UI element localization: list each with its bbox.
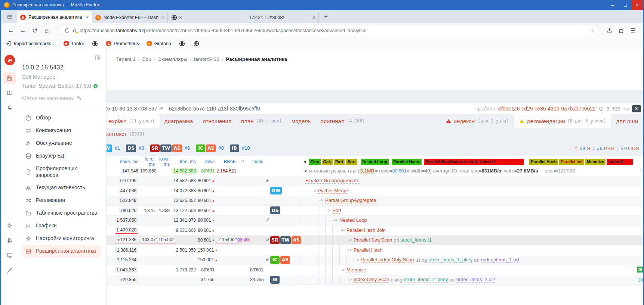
extensions-puzzle-icon[interactable] — [615, 25, 627, 36]
envelope-icon[interactable]: ✉ — [632, 105, 641, 112]
column-header[interactable]: tree, ms — [172, 159, 198, 164]
query-id[interactable]: 62c38bc0-b57c-11f0-a13f-830fb95c6ff9 — [169, 106, 260, 112]
breadcrumb-item[interactable]: tantor:5432 — [194, 56, 219, 62]
node-badge-SR[interactable]: SR — [270, 236, 280, 244]
column-header[interactable]: RRbF — [216, 159, 237, 164]
bookmark-item[interactable]: Grafana — [147, 41, 171, 46]
relation-link[interactable]: order_items_1_pkey — [428, 257, 472, 263]
view-tab-рекомендации[interactable]: рекомендации(8 для 5 узлов) — [514, 114, 611, 128]
plan-node-link[interactable]: Parallel Hash Join — [346, 227, 386, 233]
node-badge-AS[interactable]: AS — [206, 144, 216, 152]
node-badge-DS[interactable]: DS — [270, 206, 280, 214]
sidebar-collapse-icon[interactable] — [94, 55, 101, 61]
sidebar-item-gauge[interactable]: Обзор — [22, 112, 101, 124]
node-badge-DS[interactable]: DS — [126, 144, 136, 152]
plan-column-header[interactable]: Gat. — [322, 159, 333, 165]
plan-node-link[interactable]: Parallel Index Only Scan — [361, 257, 414, 263]
plan-node-link[interactable]: Parallel Hash — [354, 247, 382, 253]
relation-alias-link[interactable]: order_items_1 oi1 — [481, 257, 520, 263]
lock-icon[interactable] — [72, 28, 77, 33]
url-text[interactable]: https://education.tantorlabs.ru/platform… — [80, 28, 590, 33]
forward-button[interactable]: → — [17, 25, 29, 36]
rail-book-icon[interactable] — [3, 87, 16, 99]
plan-node-link[interactable]: Nested Loop — [339, 217, 367, 223]
node-badge-IB[interactable]: IB — [270, 276, 280, 284]
legend-node-number[interactable]: #10 — [620, 146, 629, 151]
bookmark-star-icon[interactable]: ☆ — [590, 27, 595, 34]
url-bar[interactable]: https://education.tantorlabs.ru/platform… — [61, 25, 598, 36]
plan-node-link[interactable]: Memoize — [346, 267, 366, 273]
minimize-button[interactable]: – — [606, 0, 619, 10]
node-badge-AS[interactable]: AS — [292, 236, 301, 244]
breadcrumb-item[interactable]: Экземпляры — [158, 56, 187, 62]
relation-link[interactable]: stock_items t1 — [401, 237, 432, 243]
chain-link-icon[interactable] — [265, 178, 270, 184]
relation-alias-link[interactable]: order_items_2 oi2 — [456, 277, 495, 283]
sidebar-item-replication[interactable]: Репликация — [22, 194, 101, 207]
sidebar-item-users[interactable]: Текущая активность — [22, 181, 101, 194]
view-tab-оригинал[interactable]: оригинал(4.1KB) — [315, 114, 370, 128]
home-button[interactable]: ⌂ — [41, 25, 53, 36]
plan-node-link[interactable]: Parallel Seq Scan — [354, 237, 392, 243]
browser-tab[interactable]: eРасширенная аналитика× — [17, 11, 92, 23]
node-number-link[interactable]: #8 — [218, 145, 224, 151]
sidebar-item-profiler[interactable]: Профилировщик запросов — [22, 162, 101, 181]
sidebar-item-gear[interactable]: Настройки мониторинга — [22, 232, 101, 245]
node-number-link[interactable]: #1 — [115, 145, 120, 151]
view-tab-для оши[interactable]: для оши — [611, 114, 643, 128]
node-badge-W[interactable]: W — [107, 144, 112, 152]
plan-column-header[interactable]: Nested Loop — [361, 159, 389, 165]
plan-node-link[interactable]: Finalize GroupAggregate — [305, 178, 360, 184]
view-tab-индексы[interactable]: индексы(для 1 узла) — [441, 114, 514, 128]
bookmark-item[interactable]: patroniREST — [193, 40, 200, 47]
node-badge-IB[interactable]: IB — [230, 144, 239, 152]
shield-icon[interactable] — [64, 28, 70, 34]
menu-hamburger-icon[interactable]: ☰ — [627, 25, 639, 36]
sidebar-item-folder[interactable]: Табличные пространства — [22, 207, 101, 220]
bookmark-item[interactable]: Tantor — [92, 40, 98, 47]
chain-link-icon[interactable] — [265, 257, 270, 263]
node-number-link[interactable]: #6 — [185, 145, 190, 151]
chain-link-icon[interactable] — [265, 237, 270, 243]
sidebar-item-analytics[interactable]: Расширенная аналитика — [22, 245, 101, 258]
tab-close-icon[interactable]: × — [86, 14, 89, 20]
node-badge-SR[interactable]: SR — [150, 144, 160, 152]
plan-column-header[interactable]: Parallel Hash. — [392, 159, 422, 165]
sidebar-item-sliders[interactable]: Конфигурация — [22, 124, 101, 137]
firefox-view-icon[interactable] — [4, 12, 15, 22]
plan-row[interactable]: 502.84913 625.35280'601▲->Partial GroupA… — [107, 196, 643, 206]
plan-column-header[interactable]: Sort — [346, 159, 357, 165]
view-tab-отношения[interactable]: отношения — [198, 114, 236, 128]
node-badge-IC[interactable]: IC — [270, 256, 280, 264]
save-to-pocket-icon[interactable] — [603, 25, 615, 36]
rail-monitor-icon[interactable] — [3, 249, 16, 262]
node-badge-AS[interactable]: AS — [172, 144, 182, 152]
plan-row[interactable]: 729.85534 75534 755IB->Index Only Scanus… — [107, 275, 643, 285]
view-tab-план[interactable]: план(45 строк) — [236, 114, 287, 128]
instance-label-placeholder[interactable]: Метка не заполнена✎ — [22, 95, 101, 102]
node-badge-IC[interactable]: IC — [196, 144, 205, 152]
plan-column-header[interactable]: Parallel Hash — [529, 159, 558, 165]
rail-building-icon[interactable] — [3, 72, 16, 84]
sidebar-item-wrench[interactable]: Обслуживание — [22, 137, 101, 150]
bookmark-item[interactable]: Import bookmarks… — [5, 40, 56, 47]
column-header[interactable]: loops — [250, 159, 265, 164]
plan-row[interactable]: 780.6254.8754.35813 122.50380'601▲DS->So… — [107, 206, 643, 216]
view-tab-контекст[interactable]: контекст(291B) — [107, 131, 150, 137]
chain-link-icon[interactable] — [265, 217, 270, 224]
legend-node-number[interactable]: #6 — [597, 146, 603, 151]
plan-column-header[interactable]: Index O — [607, 159, 633, 165]
breadcrumb-item[interactable]: Tenant 1 — [116, 56, 136, 62]
plan-column-header[interactable]: Parallel Seq Scan on stock_items t1 — [424, 159, 524, 165]
plan-row[interactable]: 1 115.234150 001▲ICAS->Parallel Index On… — [107, 255, 643, 265]
legend-node-number[interactable]: #3 — [580, 146, 585, 151]
template-id-link[interactable]: efdae1c6-cd29-ce86-431b-9a7bad7c6622 — [498, 106, 596, 112]
view-tab-диаграмма[interactable]: диаграмма — [160, 114, 198, 128]
node-number-link[interactable]: #10 — [242, 145, 250, 151]
browser-tab[interactable]: Statistics Report for HAPro× — [168, 12, 243, 23]
tab-close-icon[interactable]: × — [312, 15, 315, 21]
plan-column-header[interactable]: Memoize — [585, 159, 606, 165]
plan-column-header[interactable]: Fina — [309, 159, 321, 165]
close-button[interactable]: × — [632, 0, 643, 10]
tab-close-icon[interactable]: × — [161, 15, 164, 21]
